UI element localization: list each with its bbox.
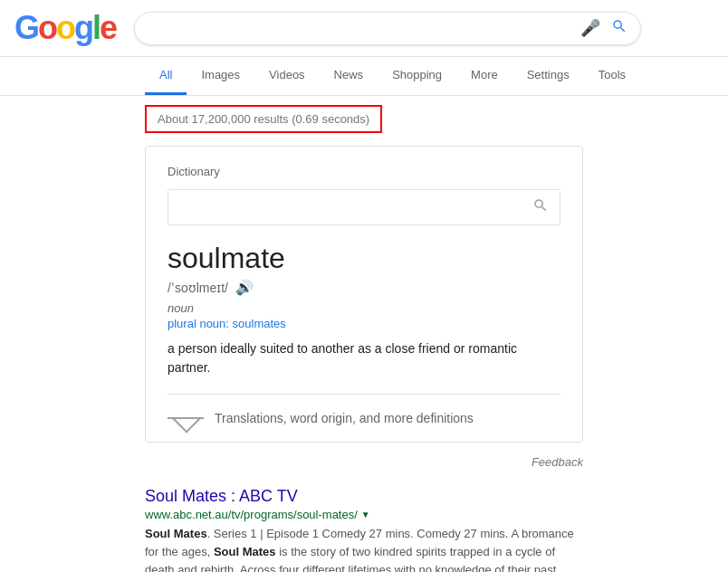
dict-more-label: Translations, word origin, and more defi… <box>215 411 474 425</box>
tab-settings[interactable]: Settings <box>512 57 584 95</box>
result-title-link[interactable]: Soul Mates : ABC TV <box>145 487 298 505</box>
tab-shopping[interactable]: Shopping <box>378 57 456 95</box>
result-url: www.abc.net.au/tv/programs/soul-mates/ ▼ <box>145 508 583 521</box>
pronunciation-text: /ˈsoʊlmeɪt/ <box>168 281 228 295</box>
header: Google soulmates 🎤 <box>0 0 728 57</box>
search-bar: soulmates 🎤 <box>134 12 641 45</box>
dict-more-button[interactable]: Translations, word origin, and more defi… <box>168 394 560 442</box>
audio-icon[interactable]: 🔊 <box>235 279 254 296</box>
dict-part-of-speech: noun <box>168 301 560 315</box>
tab-tools[interactable]: Tools <box>584 57 640 95</box>
dict-search-button[interactable] <box>532 197 549 217</box>
dictionary-card: Dictionary soulmates soulmate /ˈsoʊlmeɪt… <box>145 146 583 443</box>
google-logo[interactable]: Google <box>14 9 116 47</box>
search-input[interactable]: soulmates <box>148 20 580 36</box>
result-snippet: Soul Mates. Series 1 | Episode 1 Comedy … <box>145 525 583 572</box>
feedback-link[interactable]: Feedback <box>532 455 583 469</box>
dict-pronunciation: /ˈsoʊlmeɪt/ 🔊 <box>168 279 560 296</box>
chevron-down-icon <box>168 407 204 429</box>
tab-videos[interactable]: Videos <box>254 57 320 95</box>
results-area: About 17,200,000 results (0.69 seconds) … <box>0 96 728 572</box>
dict-definition: a person ideally suited to another as a … <box>168 339 560 377</box>
dict-word: soulmate <box>168 242 560 275</box>
tab-news[interactable]: News <box>320 57 378 95</box>
feedback-row: Feedback <box>145 450 583 474</box>
results-count: About 17,200,000 results (0.69 seconds) <box>145 105 382 133</box>
search-result: Soul Mates : ABC TV www.abc.net.au/tv/pr… <box>145 487 583 572</box>
nav-tabs: All Images Videos News Shopping More Set… <box>0 57 728 96</box>
result-title: Soul Mates : ABC TV <box>145 487 583 506</box>
dict-plural: plural noun: soulmates <box>168 317 560 330</box>
tab-more[interactable]: More <box>456 57 512 95</box>
result-url-text: www.abc.net.au/tv/programs/soul-mates/ <box>145 508 358 521</box>
dict-search-bar: soulmates <box>168 189 560 225</box>
result-url-dropdown-icon[interactable]: ▼ <box>361 510 370 520</box>
dictionary-label: Dictionary <box>168 165 560 178</box>
search-icons: 🎤 <box>580 18 627 39</box>
mic-icon[interactable]: 🎤 <box>580 18 600 38</box>
dict-search-input[interactable]: soulmates <box>179 200 532 214</box>
plural-value: soulmates <box>233 317 286 330</box>
results-count-text: About 17,200,000 results (0.69 seconds) <box>158 112 369 126</box>
plural-label: plural noun: <box>168 317 229 330</box>
tab-images[interactable]: Images <box>187 57 254 95</box>
nav-right: Settings Tools <box>512 57 640 95</box>
search-button[interactable] <box>611 18 627 39</box>
tab-all[interactable]: All <box>145 57 187 95</box>
